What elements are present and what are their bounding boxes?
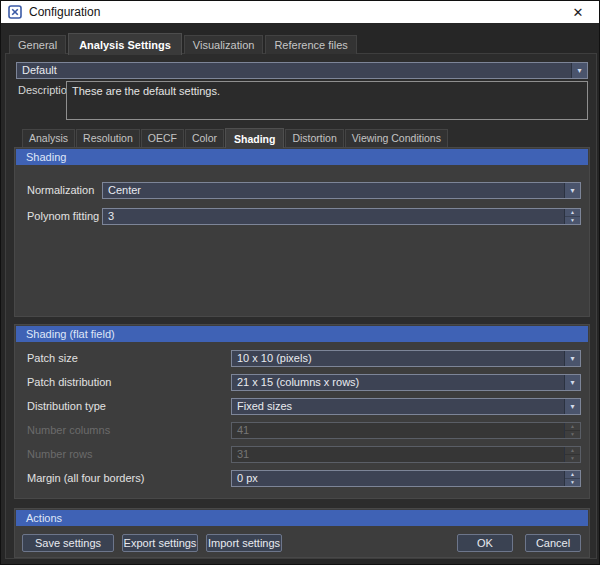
spinner-buttons: ▲▼ (564, 423, 580, 438)
description-label: Description (18, 84, 73, 96)
close-icon[interactable]: ✕ (557, 1, 599, 23)
configuration-dialog: Configuration ✕ General Analysis Setting… (0, 0, 600, 565)
number-columns-value: 41 (232, 423, 564, 438)
spin-up-icon: ▲ (565, 423, 580, 431)
shading-section-header: Shading (16, 149, 588, 165)
settings-sub-tab-bar: Analysis Resolution OECF Color Shading D… (22, 128, 449, 147)
tab-color[interactable]: Color (185, 129, 224, 147)
chevron-down-icon[interactable]: ▾ (564, 351, 580, 366)
spinner-buttons: ▲▼ (564, 209, 580, 224)
import-settings-button[interactable]: Import settings (206, 534, 282, 552)
tab-reference-files[interactable]: Reference files (265, 35, 356, 54)
spinner-buttons: ▲▼ (564, 471, 580, 486)
spinner-buttons: ▲▼ (564, 447, 580, 462)
tab-analysis[interactable]: Analysis (22, 129, 75, 147)
normalization-label: Normalization (27, 184, 94, 196)
spin-up-icon[interactable]: ▲ (565, 209, 580, 217)
polynom-fitting-label: Polynom fitting (27, 210, 99, 222)
patch-size-label: Patch size (27, 352, 78, 364)
distribution-type-value: Fixed sizes (232, 399, 564, 414)
number-rows-spinbox: 31 ▲▼ (231, 446, 581, 463)
preset-combo-value: Default (17, 63, 571, 78)
spin-down-icon: ▼ (565, 455, 580, 462)
number-columns-label: Number columns (27, 424, 110, 436)
distribution-type-combo[interactable]: Fixed sizes ▾ (231, 398, 581, 415)
app-icon (8, 5, 22, 19)
tab-shading[interactable]: Shading (225, 128, 284, 148)
margin-value: 0 px (232, 471, 564, 486)
shading-panel: Shading Normalization Center ▾ Polynom f… (14, 147, 590, 317)
main-tab-bar: General Analysis Settings Visualization … (9, 33, 359, 54)
chevron-down-icon[interactable]: ▾ (564, 399, 580, 414)
patch-distribution-value: 21 x 15 (columns x rows) (232, 375, 564, 390)
save-settings-button[interactable]: Save settings (22, 534, 114, 552)
normalization-combo[interactable]: Center ▾ (102, 182, 581, 199)
tab-distortion[interactable]: Distortion (285, 129, 343, 147)
normalization-value: Center (103, 183, 564, 198)
description-textarea[interactable]: These are the default settings. (66, 81, 588, 120)
spin-down-icon: ▼ (565, 431, 580, 438)
titlebar[interactable]: Configuration ✕ (1, 1, 599, 23)
actions-section-header: Actions (16, 510, 588, 526)
patch-size-value: 10 x 10 (pixels) (232, 351, 564, 366)
tab-analysis-settings[interactable]: Analysis Settings (68, 33, 182, 55)
spin-down-icon[interactable]: ▼ (565, 479, 580, 486)
margin-label: Margin (all four borders) (27, 472, 144, 484)
spin-up-icon[interactable]: ▲ (565, 471, 580, 479)
spin-up-icon: ▲ (565, 447, 580, 455)
tab-oecf[interactable]: OECF (141, 129, 184, 147)
patch-distribution-label: Patch distribution (27, 376, 111, 388)
patch-size-combo[interactable]: 10 x 10 (pixels) ▾ (231, 350, 581, 367)
patch-distribution-combo[interactable]: 21 x 15 (columns x rows) ▾ (231, 374, 581, 391)
tab-general[interactable]: General (9, 35, 66, 54)
ok-button[interactable]: OK (457, 534, 513, 552)
number-rows-value: 31 (232, 447, 564, 462)
flat-field-panel: Shading (flat field) Patch size 10 x 10 … (14, 324, 590, 499)
tab-resolution[interactable]: Resolution (76, 129, 140, 147)
polynom-fitting-value: 3 (103, 209, 564, 224)
cancel-button[interactable]: Cancel (525, 534, 581, 552)
preset-combo[interactable]: Default ▾ (16, 62, 588, 79)
chevron-down-icon[interactable]: ▾ (564, 375, 580, 390)
tab-visualization[interactable]: Visualization (184, 35, 264, 54)
chevron-down-icon[interactable]: ▾ (564, 183, 580, 198)
margin-spinbox[interactable]: 0 px ▲▼ (231, 470, 581, 487)
actions-panel: Actions Save settings Export settings Im… (14, 508, 590, 558)
polynom-fitting-spinbox[interactable]: 3 ▲▼ (102, 208, 581, 225)
distribution-type-label: Distribution type (27, 400, 106, 412)
flat-field-section-header: Shading (flat field) (16, 326, 588, 342)
number-columns-spinbox: 41 ▲▼ (231, 422, 581, 439)
chevron-down-icon[interactable]: ▾ (571, 63, 587, 78)
number-rows-label: Number rows (27, 448, 92, 460)
window-title: Configuration (29, 5, 100, 19)
export-settings-button[interactable]: Export settings (122, 534, 198, 552)
tab-viewing-conditions[interactable]: Viewing Conditions (345, 129, 448, 147)
analysis-settings-page: Default ▾ Description These are the defa… (5, 53, 597, 559)
spin-down-icon[interactable]: ▼ (565, 217, 580, 224)
